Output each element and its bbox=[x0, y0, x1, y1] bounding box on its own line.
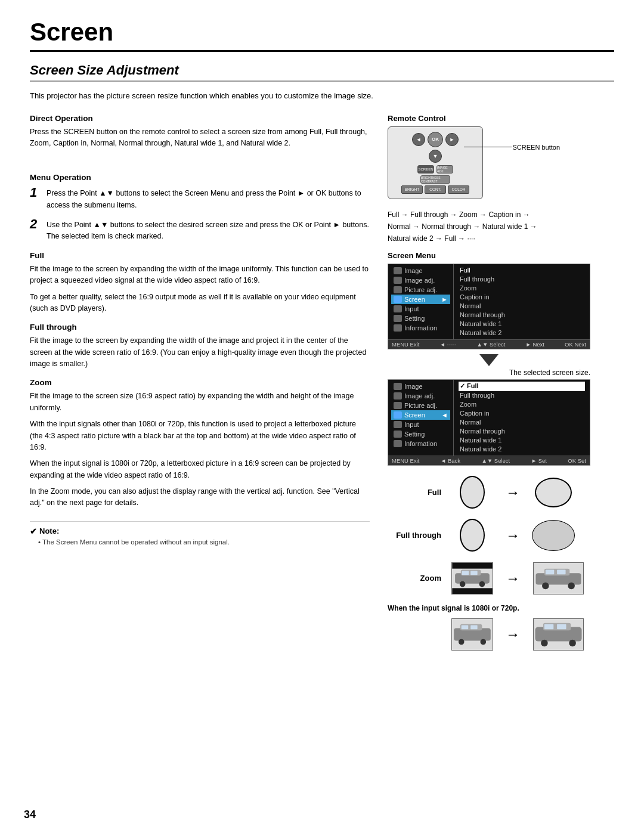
full-text2: To get a better quality, select the 16:9… bbox=[30, 292, 370, 315]
zoom-section: Zoom Fit the image to the screen size (1… bbox=[30, 378, 370, 509]
car-box-hd-after bbox=[533, 618, 584, 651]
full-through-heading: Full through bbox=[30, 323, 370, 332]
menu-item-image-adj-b: Image adj. bbox=[391, 391, 450, 401]
remote-bright-btn[interactable]: BRIGHT bbox=[401, 185, 423, 194]
svg-rect-12 bbox=[545, 569, 553, 574]
menu-icon-image-b bbox=[394, 383, 402, 390]
right-column: Remote Control ◄ OK ► ▼ bbox=[388, 114, 614, 660]
remote-screen-btn[interactable]: SCREEN bbox=[417, 165, 434, 174]
car-svg-before bbox=[452, 563, 493, 594]
zoom-text3: When the input signal is 1080i or 720p, … bbox=[30, 458, 370, 481]
remote-wrapper: ◄ OK ► ▼ SCREEN IMAGE ADJ. bbox=[388, 126, 614, 199]
menu-item-setting: Setting bbox=[391, 314, 450, 323]
down-arrow-container bbox=[388, 354, 590, 366]
diagram-row-full-through: Full through → bbox=[388, 518, 614, 553]
menu-icon-input bbox=[394, 305, 402, 312]
page-number: 34 bbox=[24, 809, 36, 821]
flow-text: Full → Full through → Zoom → Caption in … bbox=[388, 209, 614, 245]
remote-section: Remote Control ◄ OK ► ▼ bbox=[388, 114, 614, 199]
menu-right-zoom: Zoom bbox=[459, 284, 585, 293]
oval-wide-full bbox=[535, 478, 572, 507]
diagram-arrow-full-through: → bbox=[506, 527, 520, 544]
svg-point-11 bbox=[568, 582, 575, 589]
svg-point-10 bbox=[542, 582, 549, 589]
flow-line1: Full → Full through → Zoom → Caption in … bbox=[388, 209, 614, 221]
menu-item-input: Input bbox=[391, 304, 450, 314]
zoom-text1: Fit the image to the screen size (16:9 a… bbox=[30, 391, 370, 414]
diagram-zoom-before bbox=[451, 561, 494, 596]
step-1-text: Press the Point ▲▼ buttons to select the… bbox=[47, 185, 370, 211]
svg-point-5 bbox=[479, 581, 485, 587]
menu-icon-screen-b bbox=[394, 411, 402, 419]
car-box-zoom-before bbox=[451, 562, 493, 594]
flow-line2: Normal → Normal through → Natural wide 1… bbox=[388, 221, 614, 233]
intro-text: This projector has the picture screen re… bbox=[30, 90, 614, 102]
page-title: Screen bbox=[30, 18, 614, 47]
step-1: 1 Press the Point ▲▼ buttons to select t… bbox=[30, 185, 370, 211]
diagram-full-through-after bbox=[532, 518, 575, 553]
svg-rect-13 bbox=[557, 569, 565, 574]
svg-rect-1 bbox=[452, 588, 492, 594]
screen-menu-label: Screen Menu bbox=[388, 251, 614, 260]
two-col-layout: Direct Operation Press the SCREEN button… bbox=[30, 114, 614, 660]
remote-down-btn[interactable]: ▼ bbox=[429, 150, 442, 163]
menu-icon-image bbox=[394, 267, 402, 274]
menu-right-natural-wide2-b: Natural wide 2 bbox=[459, 445, 585, 454]
menu-item-picture-adj: Picture adj. bbox=[391, 285, 450, 295]
diagram-full-before bbox=[451, 475, 494, 510]
menu-operation-heading: Menu Operation bbox=[30, 173, 370, 182]
direct-operation-section: Direct Operation Press the SCREEN button… bbox=[30, 114, 370, 150]
menu-left-top: Image Image adj. Picture adj. Screen ► bbox=[388, 264, 454, 339]
svg-rect-0 bbox=[452, 563, 492, 569]
screen-menu-bottom: Image Image adj. Picture adj. Screen ◄ bbox=[388, 379, 590, 466]
menu-icon-information-b bbox=[394, 440, 402, 447]
full-text1: Fit the image to the screen by expanding… bbox=[30, 264, 370, 287]
page-header: Screen bbox=[30, 18, 614, 52]
diagram-full-through-before bbox=[451, 518, 494, 553]
svg-point-22 bbox=[541, 639, 548, 646]
menu-select-label: ▲▼ Select bbox=[476, 341, 505, 348]
remote-bc-row: BRIGHTNESS CONTRAST bbox=[394, 175, 476, 184]
oval-wide-full-through bbox=[532, 520, 575, 551]
remote-color-btn[interactable]: COLOR bbox=[448, 185, 469, 194]
remote-left-btn[interactable]: ◄ bbox=[412, 133, 425, 146]
zoom-text4: In the Zoom mode, you can also adjust th… bbox=[30, 486, 370, 509]
remote-ok-btn[interactable]: OK bbox=[428, 132, 443, 147]
menu-item-image-adj: Image adj. bbox=[391, 275, 450, 285]
svg-point-23 bbox=[569, 639, 576, 646]
menu-right-zoom-b: Zoom bbox=[459, 400, 585, 409]
when-input-label: When the input signal is 1080i or 720p. bbox=[388, 604, 614, 612]
remote-brightness-btn[interactable]: BRIGHTNESS CONTRAST bbox=[420, 175, 450, 184]
diagram-zoom-label: Zoom bbox=[388, 574, 441, 583]
page-container: Screen Screen Size Adjustment This proje… bbox=[0, 0, 644, 833]
menu-ok-label: OK Next bbox=[565, 341, 586, 348]
note-bullet: • The Screen Menu cannot be operated wit… bbox=[30, 538, 370, 546]
menu-item-setting-b: Setting bbox=[391, 429, 450, 439]
remote-cont-btn[interactable]: CONT. bbox=[425, 185, 446, 194]
menu-items-row-top: Image Image adj. Picture adj. Screen ► bbox=[388, 264, 590, 339]
menu-right-full-through-b: Full through bbox=[459, 391, 585, 400]
oval-narrow-full-through bbox=[460, 519, 485, 552]
remote-right-btn[interactable]: ► bbox=[445, 133, 459, 146]
menu-item-image-b: Image bbox=[391, 382, 450, 391]
note-check-icon: ✔ bbox=[30, 527, 37, 536]
menu-back-label: ◄ ----- bbox=[440, 341, 457, 348]
screen-menu-section: Screen Menu Image Image adj. Pictu bbox=[388, 251, 614, 466]
screen-menu-top: Image Image adj. Picture adj. Screen ► bbox=[388, 264, 590, 349]
car-box-hd-before bbox=[451, 618, 493, 651]
menu-icon-setting bbox=[394, 315, 402, 322]
menu-right-caption-in-b: Caption in bbox=[459, 409, 585, 418]
remote-small-row: SCREEN IMAGE ADJ. bbox=[394, 165, 476, 174]
menu-icon-image-adj bbox=[394, 277, 402, 284]
menu-back-b: ◄ Back bbox=[441, 457, 460, 464]
down-arrow-icon bbox=[479, 354, 499, 366]
full-section: Full Fit the image to the screen by expa… bbox=[30, 251, 370, 315]
remote-image-adj-btn[interactable]: IMAGE ADJ. bbox=[436, 165, 453, 174]
selected-size-text: The selected screen size. bbox=[388, 368, 590, 377]
menu-exit-label: MENU Exit bbox=[392, 341, 419, 348]
menu-item-image: Image bbox=[391, 266, 450, 275]
screen-button-annotation: SCREEN button bbox=[464, 144, 560, 151]
menu-item-screen-active: Screen ► bbox=[391, 295, 450, 304]
diagram-row-zoom: Zoom bbox=[388, 561, 614, 596]
menu-right-top: Full Full through Zoom Caption in Normal… bbox=[454, 264, 590, 339]
